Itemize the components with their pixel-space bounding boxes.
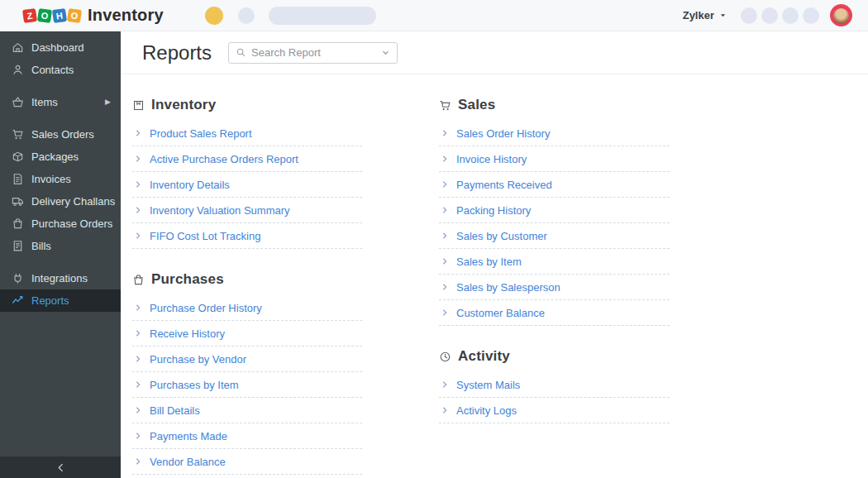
sidebar-item[interactable]: Bills ▶ bbox=[0, 235, 121, 257]
report-link[interactable]: Packing History bbox=[456, 204, 531, 217]
report-link[interactable]: Active Purchase Orders Report bbox=[150, 153, 298, 165]
report-link[interactable]: Vendor Balance bbox=[150, 456, 226, 468]
chevron-right-icon bbox=[134, 304, 142, 312]
section-title: Sales bbox=[439, 97, 670, 113]
sidebar-collapse-button[interactable] bbox=[0, 456, 121, 478]
sidebar-item[interactable]: Purchase Orders ▶ bbox=[0, 213, 121, 235]
sidebar-item[interactable]: Reports ▶ bbox=[0, 289, 121, 312]
report-link-row[interactable]: Sales by Customer bbox=[439, 223, 670, 249]
cart-icon bbox=[12, 128, 24, 141]
report-link-row[interactable]: Invoice History bbox=[439, 146, 670, 172]
topbar-icon-placeholder bbox=[741, 7, 757, 24]
chevron-right-icon bbox=[134, 180, 142, 189]
report-link[interactable]: Purchase by Vendor bbox=[150, 353, 246, 366]
report-link-row[interactable]: Activity Logs bbox=[439, 398, 670, 423]
report-link[interactable]: Purchase Order History bbox=[150, 302, 262, 314]
report-link[interactable]: FIFO Cost Lot Tracking bbox=[150, 230, 260, 242]
report-link-row[interactable]: Inventory Details bbox=[132, 172, 362, 198]
reports-header: Reports bbox=[121, 31, 868, 74]
report-link[interactable]: Product Sales Report bbox=[150, 127, 252, 140]
topbar-icon-placeholder bbox=[761, 7, 778, 24]
report-link[interactable]: Bill Details bbox=[150, 404, 200, 417]
chevron-right-icon bbox=[441, 180, 449, 189]
section-title: Activity bbox=[439, 348, 670, 365]
report-link-row[interactable]: Active Purchase Orders Report bbox=[132, 146, 362, 172]
sidebar-item[interactable]: Invoices ▶ bbox=[0, 168, 121, 190]
report-link-row[interactable]: Sales Order History bbox=[439, 121, 670, 146]
home-icon bbox=[12, 41, 24, 54]
section-heading: Inventory bbox=[151, 97, 216, 113]
chevron-right-icon bbox=[134, 155, 142, 163]
chevron-right-icon bbox=[441, 155, 449, 163]
report-link[interactable]: Sales by Salesperson bbox=[456, 281, 560, 294]
report-link[interactable]: Sales by Customer bbox=[456, 230, 547, 242]
sidebar-item[interactable]: Integrations ▶ bbox=[0, 267, 121, 289]
chevron-right-icon bbox=[134, 406, 142, 414]
report-link[interactable]: Purchases by Item bbox=[150, 379, 239, 391]
report-link-row[interactable]: Purchase Order History bbox=[132, 295, 362, 321]
zoho-logo[interactable]: ZOHO bbox=[23, 9, 81, 22]
report-link-row[interactable]: Customer Balance bbox=[439, 300, 670, 326]
inventory-icon bbox=[132, 99, 145, 112]
report-link-row[interactable]: Purchase by Vendor bbox=[132, 347, 362, 372]
report-section: Purchases Purchase Order History bbox=[132, 271, 362, 475]
report-link-row[interactable]: FIFO Cost Lot Tracking bbox=[132, 223, 362, 249]
invoice-icon bbox=[12, 173, 24, 185]
sidebar-item-label: Bills bbox=[31, 240, 51, 252]
logo-tile: O bbox=[67, 7, 82, 22]
chevron-right-icon bbox=[441, 232, 449, 240]
sidebar-group: Integrations ▶ Reports ▶ bbox=[0, 267, 121, 312]
chevron-right-icon bbox=[134, 432, 142, 440]
report-link[interactable]: Sales by Item bbox=[456, 256, 522, 268]
report-link-row[interactable]: Bill Details bbox=[132, 398, 362, 423]
sidebar-item[interactable]: Sales Orders ▶ bbox=[0, 123, 121, 146]
org-selector[interactable]: Zylker bbox=[683, 9, 727, 22]
sidebar-item[interactable]: Packages ▶ bbox=[0, 146, 121, 168]
report-link-row[interactable]: Inventory Valuation Summary bbox=[132, 198, 362, 223]
report-link-row[interactable]: System Mails bbox=[439, 372, 670, 398]
sidebar-item[interactable]: Delivery Challans ▶ bbox=[0, 190, 121, 213]
report-link-row[interactable]: Payments Made bbox=[132, 423, 362, 449]
sidebar-item-label: Items bbox=[31, 96, 58, 108]
report-link[interactable]: Sales Order History bbox=[456, 127, 550, 140]
report-link[interactable]: Inventory Valuation Summary bbox=[150, 204, 290, 217]
sidebar-item[interactable]: Contacts ▶ bbox=[0, 59, 121, 81]
report-link[interactable]: Inventory Details bbox=[150, 179, 230, 191]
report-link[interactable]: Payments Made bbox=[150, 430, 227, 442]
report-link-row[interactable]: Sales by Item bbox=[439, 249, 670, 275]
chevron-right-icon bbox=[134, 380, 142, 389]
person-icon bbox=[12, 64, 24, 76]
sidebar-item[interactable]: Items ▶ bbox=[0, 91, 121, 113]
report-link-row[interactable]: Receive History bbox=[132, 321, 362, 347]
report-link-row[interactable]: Product Sales Report bbox=[132, 121, 362, 146]
report-link[interactable]: Invoice History bbox=[456, 153, 527, 165]
sidebar-item-label: Integrations bbox=[31, 272, 88, 284]
chevron-right-icon bbox=[134, 232, 142, 240]
sidebar-group: Sales Orders ▶ Packages ▶ Invoices bbox=[0, 123, 121, 257]
report-link[interactable]: Activity Logs bbox=[456, 404, 517, 417]
topbar: ZOHO Inventory Zylker bbox=[0, 0, 868, 31]
chevron-right-icon bbox=[441, 406, 449, 414]
left-column: Inventory Product Sales Report bbox=[132, 74, 362, 475]
chevron-right-icon bbox=[441, 308, 449, 317]
search-report-input[interactable] bbox=[251, 46, 376, 59]
report-link-row[interactable]: Vendor Balance bbox=[132, 449, 362, 475]
user-avatar[interactable] bbox=[830, 4, 852, 26]
chevron-right-icon bbox=[441, 257, 449, 265]
sidebar-item-label: Dashboard bbox=[31, 41, 84, 54]
report-link-row[interactable]: Purchases by Item bbox=[132, 372, 362, 398]
report-link[interactable]: System Mails bbox=[456, 379, 520, 391]
sidebar-item[interactable]: Dashboard ▶ bbox=[0, 36, 121, 59]
report-search-combobox[interactable] bbox=[228, 42, 398, 64]
chevron-right-icon bbox=[441, 283, 449, 291]
report-section: Sales Sales Order History bbox=[439, 97, 670, 326]
chevron-right-icon bbox=[441, 129, 449, 137]
report-link-row[interactable]: Packing History bbox=[439, 198, 670, 223]
report-link[interactable]: Receive History bbox=[150, 327, 225, 340]
report-link[interactable]: Customer Balance bbox=[456, 307, 545, 319]
report-link[interactable]: Payments Received bbox=[456, 179, 552, 191]
chevron-down-icon[interactable] bbox=[381, 48, 390, 57]
section-heading: Purchases bbox=[151, 271, 224, 288]
report-link-row[interactable]: Sales by Salesperson bbox=[439, 275, 670, 300]
report-link-row[interactable]: Payments Received bbox=[439, 172, 670, 198]
